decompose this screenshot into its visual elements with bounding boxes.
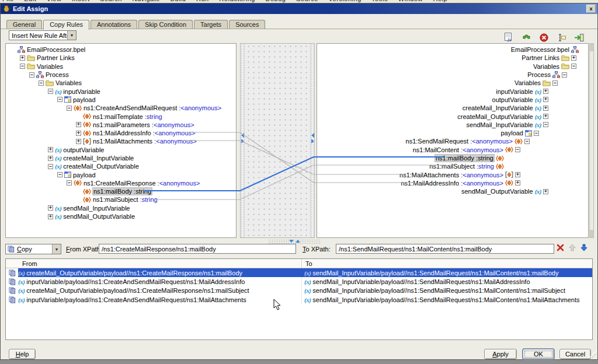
mapping-canvas[interactable]	[240, 43, 315, 238]
canvas-bottom-pan-strip[interactable]	[268, 239, 321, 244]
expander-toggle[interactable]: +	[48, 156, 53, 161]
expander-toggle[interactable]: −	[515, 147, 520, 152]
xpath-expression-icon[interactable]: fx	[504, 33, 514, 42]
expander-toggle[interactable]: −	[20, 64, 25, 69]
source-tree-node[interactable]: +(x)createMail_InputVariable	[6, 154, 236, 162]
expander-toggle[interactable]: −	[524, 139, 530, 144]
source-tree-node[interactable]: −ns1:CreateAndSendMailRequest : <anonymo…	[6, 104, 236, 112]
pan-right-icon[interactable]	[241, 139, 244, 144]
swap-sides-icon[interactable]	[574, 33, 584, 42]
source-tree-node[interactable]: −(x)inputVariable	[6, 87, 236, 95]
source-tree-node[interactable]: +ns1:mailParameters : <anonymous>	[6, 121, 236, 129]
target-tree-node[interactable]: outputVariable(x)+	[317, 96, 588, 104]
expander-toggle[interactable]: +	[76, 122, 81, 127]
target-tree-node[interactable]: sendMail_OutputVariable(x)+	[317, 187, 588, 195]
expander-toggle[interactable]: −	[534, 131, 539, 136]
pan-down-icon[interactable]	[289, 240, 294, 243]
pan-up-icon[interactable]	[295, 240, 300, 243]
target-tree-node[interactable]: inputVariable(x)+	[317, 87, 588, 95]
canvas-right-pan-strip[interactable]	[310, 44, 314, 237]
source-tree-node[interactable]: −payload	[6, 96, 236, 104]
source-tree-node[interactable]: +ns1:MailAttachments : <anonymous>	[6, 137, 236, 145]
source-tree-node[interactable]: −Variables	[6, 62, 236, 71]
target-tree-panel[interactable]: EmailProcessor.bpel−Partner Links+Variab…	[317, 43, 589, 238]
source-tree-node[interactable]: −(x)createMail_OutputVariable	[6, 162, 236, 170]
expander-toggle[interactable]: +	[543, 106, 548, 111]
expander-toggle[interactable]: +	[515, 172, 520, 177]
expander-toggle[interactable]: −	[67, 180, 72, 186]
delete-icon[interactable]	[539, 33, 549, 42]
target-tree-node[interactable]: ns1:MailAttachments : <anonymous>+	[317, 170, 588, 178]
rename-icon[interactable]	[557, 33, 566, 42]
target-tree-node[interactable]: Variables−	[317, 62, 588, 71]
dropdown-arrow-icon[interactable]: ▼	[67, 31, 76, 40]
expander-toggle[interactable]: −	[67, 106, 72, 111]
target-tree-node[interactable]: sendMail_InputVariable(x)−	[317, 121, 588, 129]
scroll-up-icon[interactable]	[590, 44, 593, 51]
expander-toggle[interactable]: +	[20, 55, 25, 61]
expander-toggle[interactable]: +	[543, 114, 548, 119]
source-tree-node[interactable]: +ns1:MailAddressInfo : <anonymous>	[6, 129, 236, 137]
to-xpath-field[interactable]: /ns1:SendMailRequest/ns1:MailContent/ns1…	[336, 244, 554, 254]
target-tree-node[interactable]: Process−	[317, 71, 588, 79]
expander-toggle[interactable]: +	[543, 89, 548, 94]
insert-rule-dropdown[interactable]: Insert New Rule After ▼	[9, 30, 77, 40]
target-tree-scrollbar[interactable]	[589, 43, 594, 238]
close-button[interactable]: x	[586, 5, 596, 13]
expander-toggle[interactable]: −	[571, 64, 576, 69]
delete-rule-icon[interactable]	[557, 244, 564, 251]
tab-annotations[interactable]: Annotations	[91, 20, 137, 29]
expander-toggle[interactable]: −	[57, 172, 62, 177]
source-tree-node[interactable]: −ns1:mailSubject : string	[6, 195, 236, 204]
cancel-button[interactable]: Cancel	[559, 349, 591, 359]
ok-button[interactable]: OK	[523, 349, 554, 359]
copy-rule-row[interactable]: (x)createMail_OutputVariable/payload//ns…	[6, 286, 592, 295]
scroll-down-icon[interactable]	[590, 230, 593, 237]
expander-toggle[interactable]: +	[543, 97, 548, 102]
expander-toggle[interactable]: +	[76, 139, 81, 144]
dropdown-arrow-icon[interactable]: ▼	[52, 244, 61, 254]
copy-rule-row[interactable]: (x)createMail_OutputVariable/payload//ns…	[6, 268, 592, 277]
rule-type-dropdown[interactable]: Copy ▼	[5, 244, 61, 254]
source-tree-node[interactable]: −Variables	[6, 79, 236, 87]
target-tree-node[interactable]: ns1:SendMailRequest : <anonymous>−	[317, 137, 588, 145]
apply-button[interactable]: Apply	[484, 349, 517, 359]
canvas-left-pan-strip[interactable]	[241, 44, 245, 237]
expander-toggle[interactable]: −	[552, 80, 558, 86]
expander-toggle[interactable]: −	[29, 72, 34, 78]
source-tree-node[interactable]: +(x)outputVariable	[6, 146, 236, 154]
target-tree-node[interactable]: ns1:mailSubject : string−	[317, 162, 588, 170]
expander-toggle[interactable]: −	[543, 122, 548, 127]
tab-sources[interactable]: Sources	[229, 20, 265, 29]
expander-toggle[interactable]: −	[57, 97, 62, 102]
source-tree-node[interactable]: −ns1:CreateMailResponse : <anonymous>	[6, 179, 236, 187]
expander-toggle[interactable]: +	[543, 189, 548, 194]
expander-toggle[interactable]: −	[48, 164, 53, 169]
target-tree-node[interactable]: payload−	[317, 129, 588, 137]
help-button[interactable]: Help	[9, 349, 36, 359]
source-tree-node[interactable]: −payload	[6, 170, 236, 178]
copy-rules-table[interactable]: From To (x)createMail_OutputVariable/pay…	[5, 258, 593, 340]
expander-toggle[interactable]: +	[48, 205, 53, 211]
source-tree-node[interactable]: −Process	[6, 71, 236, 79]
expander-toggle[interactable]: −	[48, 89, 53, 94]
move-up-icon[interactable]	[569, 244, 576, 251]
from-xpath-field[interactable]: /ns1:CreateMailResponse/ns1:mailBody	[99, 244, 296, 254]
source-tree-node[interactable]: −EmailProcessor.bpel	[6, 46, 236, 54]
source-tree-node[interactable]: +(x)sendMail_InputVariable	[6, 204, 236, 212]
source-tree-node[interactable]: +(x)sendMail_OutputVariable	[6, 212, 236, 220]
target-tree-node[interactable]: Partner Links+	[317, 54, 588, 62]
tab-copy-rules[interactable]: Copy Rules	[43, 20, 89, 30]
source-tree-node[interactable]: +Partner Links	[6, 54, 236, 62]
move-down-icon[interactable]	[580, 244, 587, 251]
source-tree-panel[interactable]: −EmailProcessor.bpel+Partner Links−Varia…	[5, 43, 237, 238]
target-tree-node[interactable]: ns1:MailAddressInfo : <anonymous>+	[317, 179, 588, 187]
expander-toggle[interactable]: +	[571, 55, 576, 61]
expander-toggle[interactable]: +	[48, 147, 53, 152]
target-tree-node[interactable]: EmailProcessor.bpel−	[317, 46, 588, 54]
copy-rule-row[interactable]: (x)inputVariable/payload//ns1:CreateAndS…	[6, 295, 592, 304]
expander-toggle[interactable]: −	[562, 72, 567, 78]
target-tree-node[interactable]: createMail_InputVariable(x)+	[317, 104, 588, 112]
function-icon[interactable]	[521, 33, 531, 42]
target-tree-node[interactable]: Variables−	[317, 79, 588, 87]
